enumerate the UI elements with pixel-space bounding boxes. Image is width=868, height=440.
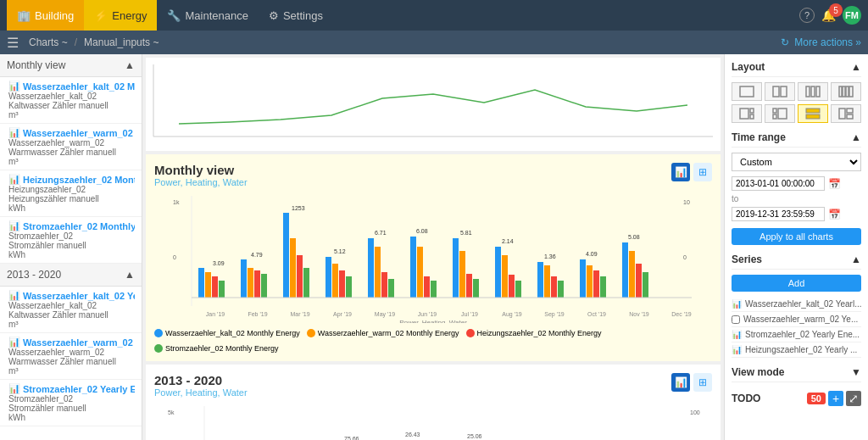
layout-btn-1col[interactable] [732,82,762,101]
monthly-section-header[interactable]: Monthly view ▲ [0,54,142,77]
series-header[interactable]: Series ▲ [732,253,861,270]
svg-rect-70 [629,251,635,298]
nav-right: ? 🔔 5 FM [799,6,861,25]
svg-text:4.09: 4.09 [586,251,598,257]
list-item[interactable]: 📊Stromzaehler_02 Yearly E... Stromzaehle… [0,380,142,426]
help-button[interactable]: ? [799,8,815,23]
layout-btn-3col[interactable] [798,82,828,101]
layout-btn-left-big[interactable] [732,104,762,123]
item-sub1: Wasserzaehler_warm_02 [8,348,135,357]
date-to-input[interactable] [732,207,825,221]
chevron-up-icon2: ▲ [125,269,135,281]
building-nav-item[interactable]: 🏢 Building [7,0,84,31]
svg-rect-62 [558,281,564,298]
monthly-chart-legend: Wasserzaehler_kalt_02 Monthly Energy Was… [154,329,712,353]
time-range-section: Time range ▲ Custom 📅 to 📅 Apply to all … [732,131,861,245]
svg-rect-144 [773,86,779,97]
layout-btn-mixed[interactable] [831,104,861,123]
svg-text:10: 10 [683,199,690,205]
add-series-button[interactable]: Add [732,275,861,292]
svg-rect-59 [537,262,543,298]
svg-rect-158 [778,109,787,119]
yearly-chart-container: 📊 ⊞ 2013 - 2020 Power, Heating, Water 5k… [146,365,721,440]
item-sub2: Stromzähler manuell [8,404,135,413]
series-item[interactable]: 📊 Wasserzaehler_kalt_02 Yearl... [732,297,861,312]
more-actions-button[interactable]: ↻ More actions » [781,36,861,48]
menu-icon[interactable]: ☰ [7,35,19,51]
bar-chart-button-2[interactable]: 📊 [671,373,690,392]
chart-icon: 📊 [8,290,20,301]
monthly-chart-subtitle: Power, Heating, Water [154,177,712,187]
breadcrumb-charts[interactable]: Charts ~ [25,36,71,48]
svg-rect-60 [544,265,550,298]
yearly-chart-title: 2013 - 2020 [154,373,712,387]
svg-rect-143 [740,86,754,97]
svg-rect-71 [636,264,642,298]
svg-rect-160 [806,114,820,119]
svg-rect-69 [622,242,628,298]
list-item[interactable]: 📊Heizungszaehler_02 Mont... Heizungszaeh… [0,170,142,217]
yearly-section-header[interactable]: 2013 - 2020 ▲ [0,264,142,287]
calendar-icon2[interactable]: 📅 [828,209,841,220]
svg-rect-161 [839,109,845,119]
sub-navigation: ☰ Charts ~ / Manual_inputs ~ ↻ More acti… [0,31,868,54]
bar-chart-button[interactable]: 📊 [671,163,690,181]
monthly-section-label: Monthly view [7,59,65,71]
time-range-select[interactable]: Custom [732,153,861,171]
svg-rect-65 [587,265,593,298]
legend-label: Wasserzaehler_kalt_02 Monthly Energy [165,329,300,337]
series-name: Wasserzaehler_warm_02 Ye... [743,315,858,324]
apply-button[interactable]: Apply to all charts [732,228,861,245]
list-item[interactable]: 📊Wasserzaehler_warm_02 ... Wasserzaehler… [0,124,142,170]
layout-btn-right-big[interactable] [765,104,795,123]
series-item[interactable]: 📊 Heizungszaehler_02 Yearly ... [732,343,861,358]
building-label: Building [35,9,74,22]
todo-expand-button[interactable]: ⤢ [846,391,861,406]
svg-text:May '19: May '19 [375,311,395,318]
date-separator: to [732,194,861,203]
svg-rect-147 [811,86,815,97]
svg-rect-24 [241,259,247,298]
notifications-button[interactable]: 🔔 5 [821,8,836,22]
series-item[interactable]: Wasserzaehler_warm_02 Ye... [732,312,861,327]
calendar-icon[interactable]: 📅 [828,178,841,190]
svg-text:26.43: 26.43 [405,432,420,437]
list-item[interactable]: 📊Stromzaehler_02 Monthly... Stromzaehler… [0,217,142,264]
series-name: Stromzaehler_02 Yearly Ene... [745,330,860,339]
chevron-up-icon3: ▲ [851,61,861,73]
series-item[interactable]: 📊 Stromzaehler_02 Yearly Ene... [732,327,861,343]
layout-section: Layout ▲ [732,61,861,123]
settings-nav-item[interactable]: ⚙ Settings [259,0,333,31]
todo-add-button[interactable]: + [828,391,843,406]
grid-chart-button[interactable]: ⊞ [693,163,712,181]
chart-icon: 📊 [8,383,20,394]
layout-section-header[interactable]: Layout ▲ [732,61,861,77]
maintenance-nav-item[interactable]: 🔧 Maintenance [157,0,258,31]
layout-label: Layout [732,61,765,73]
view-mode-header[interactable]: View mode ▼ [732,366,861,382]
date-from-input[interactable] [732,176,825,191]
time-range-header[interactable]: Time range ▲ [732,131,861,148]
yearly-chart-subtitle: Power, Heating, Water [154,387,712,398]
layout-btn-4col[interactable] [831,82,861,101]
energy-nav-item[interactable]: ⚡ Energy [84,0,157,31]
item-sub1: Heizungszaehler_02 [8,185,135,194]
series-checkbox[interactable] [732,315,740,324]
breadcrumb-separator: / [75,36,77,48]
list-item[interactable]: 📊Wasserzaehler_warm_02 ... Wasserzaehler… [0,333,142,380]
svg-rect-50 [459,251,465,298]
svg-rect-64 [580,259,586,298]
item-sub1: Wasserzaehler_kalt_02 [8,92,135,101]
svg-text:Jul '19: Jul '19 [461,311,478,317]
grid-chart-button-2[interactable]: ⊞ [693,373,712,392]
user-avatar[interactable]: FM [843,6,861,25]
layout-btn-2col[interactable] [765,82,795,101]
svg-text:Mar '19: Mar '19 [290,311,309,317]
list-item[interactable]: 📊Wasserzaehler_kalt_02 M... Wasserzaehle… [0,77,142,124]
breadcrumb-manual-inputs[interactable]: Manual_inputs ~ [81,36,162,48]
item-unit: kWh [8,250,135,259]
list-item[interactable]: 📊Wasserzaehler_kalt_02 Ye... Wasserzaehl… [0,287,142,333]
layout-btn-stacked[interactable] [798,104,828,123]
weekly-chart-svg: 26. Aug 2. Sep 9. Sep 16. Sep 23. Sep 30… [153,64,714,141]
chart-icon: 📊 [8,81,20,92]
